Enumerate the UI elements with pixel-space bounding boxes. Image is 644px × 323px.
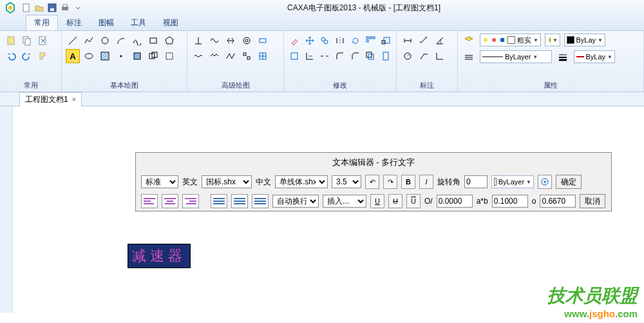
- adv4-icon[interactable]: [240, 34, 254, 48]
- trim-icon[interactable]: [288, 49, 301, 63]
- redo-btn[interactable]: ↷: [383, 175, 397, 189]
- settings-icon[interactable]: [538, 175, 552, 189]
- rotate-icon[interactable]: [348, 34, 362, 48]
- sample-text-block[interactable]: 减速器: [128, 244, 191, 268]
- size-select[interactable]: 3.5: [332, 175, 361, 188]
- stretch-icon[interactable]: [379, 49, 392, 63]
- ellipse-icon[interactable]: [82, 49, 96, 63]
- polygon-icon[interactable]: [162, 34, 176, 48]
- mirror-icon[interactable]: [334, 34, 347, 48]
- extend-icon[interactable]: [303, 49, 317, 63]
- lineweight-dropdown[interactable]: ByLay▼: [574, 50, 615, 63]
- region-icon[interactable]: [146, 49, 160, 63]
- bold-btn[interactable]: B: [401, 175, 415, 189]
- adv2-icon[interactable]: [207, 34, 222, 48]
- spacing-input[interactable]: [540, 195, 576, 208]
- adv10-icon[interactable]: [256, 49, 270, 63]
- en-font-select[interactable]: 国标.shx: [202, 175, 252, 188]
- italic-btn[interactable]: I: [419, 175, 433, 189]
- underline-btn[interactable]: U: [370, 194, 384, 208]
- ok-button[interactable]: 确定: [556, 175, 582, 189]
- rect-icon[interactable]: [146, 34, 160, 48]
- cn-font-select[interactable]: 单线体.shx: [275, 175, 328, 188]
- layer-props-icon[interactable]: [462, 34, 476, 48]
- offset-icon[interactable]: [364, 49, 377, 63]
- rotate-input[interactable]: [464, 175, 488, 188]
- redo-icon[interactable]: [20, 49, 34, 63]
- undo-btn[interactable]: ↶: [365, 175, 379, 189]
- align-right-icon[interactable]: [182, 194, 199, 208]
- dim-coord-icon[interactable]: [433, 49, 447, 63]
- scale-icon[interactable]: [379, 34, 392, 48]
- drawing-canvas[interactable]: 文本编辑器 - 多行文字 标准 英文 国标.shx 中文 单线体.shx 3.5…: [0, 106, 644, 313]
- save-icon[interactable]: [46, 2, 58, 14]
- array-icon[interactable]: [364, 34, 377, 48]
- color-bylayer-dropdown[interactable]: ByLay▼: [564, 34, 605, 46]
- format-painter-icon[interactable]: [36, 49, 50, 63]
- adv8-icon[interactable]: [223, 49, 238, 63]
- fillet-icon[interactable]: [334, 49, 347, 63]
- point-icon[interactable]: [114, 49, 128, 63]
- cancel-button[interactable]: 取消: [580, 194, 605, 208]
- tab-frame[interactable]: 图幅: [90, 15, 122, 30]
- align-left-icon[interactable]: [141, 194, 158, 208]
- dim-linear-icon[interactable]: [401, 34, 415, 48]
- document-tab[interactable]: 工程图文档1 ×: [19, 92, 82, 106]
- adv6-icon[interactable]: [191, 49, 205, 63]
- lineweight-icon[interactable]: [556, 50, 570, 64]
- print-icon[interactable]: [59, 2, 71, 14]
- move-icon[interactable]: [303, 34, 317, 48]
- chamfer-icon[interactable]: [348, 49, 362, 63]
- tab-common[interactable]: 常用: [26, 15, 58, 30]
- dim-angle-icon[interactable]: [433, 34, 447, 48]
- adv9-icon[interactable]: [240, 49, 254, 63]
- midline-btn[interactable]: U: [388, 194, 402, 208]
- text-icon[interactable]: A: [66, 49, 80, 63]
- circle-icon[interactable]: [98, 34, 112, 48]
- line-icon[interactable]: [66, 34, 80, 48]
- dim-align-icon[interactable]: [417, 34, 431, 48]
- color-dropdown[interactable]: ▼: [545, 34, 560, 46]
- width-factor-input[interactable]: [492, 195, 528, 208]
- adv1-icon[interactable]: [191, 34, 205, 48]
- valign-top-icon[interactable]: [211, 194, 227, 208]
- tab-view[interactable]: 视图: [155, 15, 187, 30]
- qat-dropdown-icon[interactable]: [72, 2, 84, 14]
- open-icon[interactable]: [33, 2, 45, 14]
- overline-btn[interactable]: U: [406, 194, 421, 208]
- dim-radius-icon[interactable]: [401, 49, 415, 63]
- paste-icon[interactable]: [4, 34, 18, 48]
- arc-icon[interactable]: [114, 34, 128, 48]
- block-icon[interactable]: [162, 49, 176, 63]
- dim-leader-icon[interactable]: [417, 49, 431, 63]
- tab-annotate[interactable]: 标注: [58, 15, 90, 30]
- valign-mid-icon[interactable]: [231, 194, 248, 208]
- close-tab-icon[interactable]: ×: [72, 95, 76, 103]
- cut-icon[interactable]: [36, 34, 50, 48]
- undo-icon[interactable]: [4, 49, 18, 63]
- new-icon[interactable]: [21, 2, 32, 14]
- text-color-dropdown[interactable]: ByLayer▼: [491, 175, 534, 188]
- align-center-icon[interactable]: [162, 194, 178, 208]
- oblique-input[interactable]: [437, 195, 473, 208]
- wrap-select[interactable]: 自动换行: [272, 195, 319, 208]
- svg-point-14: [120, 55, 122, 57]
- spline-icon[interactable]: [130, 34, 144, 48]
- hatch-icon[interactable]: [98, 49, 112, 63]
- polyline-icon[interactable]: [82, 34, 96, 48]
- insert-select[interactable]: 插入...: [323, 195, 366, 208]
- adv3-icon[interactable]: [223, 34, 238, 48]
- copy-icon[interactable]: [20, 34, 34, 48]
- tab-tools[interactable]: 工具: [122, 15, 155, 30]
- adv5-icon[interactable]: [256, 34, 270, 48]
- break-icon[interactable]: [318, 49, 332, 63]
- fill-icon[interactable]: [130, 49, 144, 63]
- erase-icon[interactable]: [288, 34, 301, 48]
- valign-bot-icon[interactable]: [252, 194, 269, 208]
- adv7-icon[interactable]: [207, 49, 222, 63]
- linetype-dropdown[interactable]: ByLayer▼: [480, 50, 552, 63]
- layer-state-dropdown[interactable]: 粗实▼: [480, 34, 541, 46]
- linetype-icon[interactable]: [462, 50, 476, 64]
- copy2-icon[interactable]: [318, 34, 332, 48]
- style-select[interactable]: 标准: [141, 175, 178, 188]
